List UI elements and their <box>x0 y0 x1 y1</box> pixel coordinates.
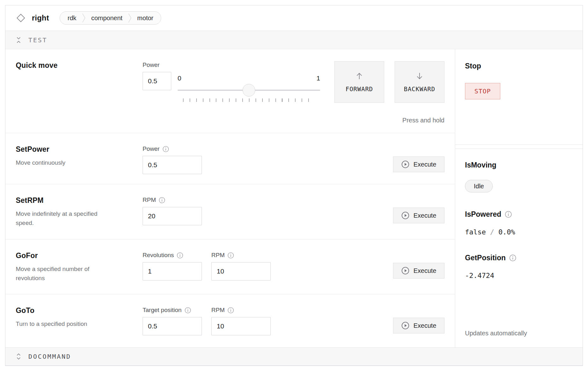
slider-ticks <box>183 98 315 102</box>
forward-button[interactable]: FORWARD <box>334 61 384 103</box>
go-for-title: GoFor <box>16 251 133 260</box>
rpm-label: RPM <box>143 197 156 203</box>
status-section: IsMoving Idle IsPowered false / 0.0% Get… <box>455 149 583 347</box>
commands-panel: Quick move Power 0 1 <box>5 49 455 347</box>
go-to-title: GoTo <box>16 306 133 315</box>
info-icon[interactable] <box>227 252 234 259</box>
stop-button[interactable]: STOP <box>465 83 500 99</box>
set-rpm-row: SetRPM Move indefinitely at a specified … <box>5 184 455 239</box>
component-card: right rdk component motor TEST Quick mov… <box>5 5 583 366</box>
set-power-title: SetPower <box>16 145 133 154</box>
set-power-row: SetPower Move continuously Power Execute <box>5 133 455 184</box>
set-rpm-field: RPM <box>143 196 202 239</box>
status-sidebar: Stop STOP IsMoving Idle IsPowered false … <box>455 49 583 347</box>
collapse-icon[interactable] <box>16 36 21 44</box>
is-powered-percent: 0.0% <box>498 228 515 236</box>
target-position-label: Target position <box>143 307 182 314</box>
test-panel-body: Quick move Power 0 1 <box>5 49 583 347</box>
info-icon[interactable] <box>177 252 183 259</box>
slider-min-label: 0 <box>178 74 181 83</box>
execute-label: Execute <box>414 212 436 219</box>
is-powered-title: IsPowered <box>465 210 501 219</box>
execute-label: Execute <box>414 322 436 329</box>
breadcrumb-rdk: rdk <box>62 15 82 22</box>
quick-move-row: Quick move Power 0 1 <box>5 49 455 133</box>
set-power-input[interactable] <box>143 156 202 174</box>
go-for-execute-button[interactable]: Execute <box>393 263 444 279</box>
power-slider[interactable] <box>178 83 320 97</box>
is-powered-bool: false <box>465 228 486 236</box>
quick-move-power-field: Power <box>143 61 171 133</box>
quick-move-title: Quick move <box>16 61 133 70</box>
arrow-up-icon <box>355 72 364 80</box>
go-to-rpm-input[interactable] <box>211 317 271 335</box>
forward-button-label: FORWARD <box>345 85 373 92</box>
info-icon[interactable] <box>509 254 516 262</box>
info-icon[interactable] <box>185 307 191 314</box>
info-icon[interactable] <box>162 146 169 152</box>
play-icon <box>401 267 409 275</box>
slider-max-label: 1 <box>316 74 320 83</box>
component-header: right rdk component motor <box>5 5 583 31</box>
breadcrumb: rdk component motor <box>60 11 161 25</box>
go-to-row: GoTo Turn to a specified position Target… <box>5 294 455 347</box>
power-label: Power <box>143 145 160 152</box>
stop-title: Stop <box>465 62 573 70</box>
docommand-section-label: DOCOMMAND <box>28 353 71 360</box>
component-name: right <box>32 14 49 22</box>
info-icon[interactable] <box>505 211 512 218</box>
quick-move-power-input[interactable] <box>143 72 171 90</box>
go-for-revolutions-field: Revolutions <box>143 251 202 294</box>
go-for-revolutions-input[interactable] <box>143 262 202 280</box>
set-rpm-title: SetRPM <box>16 196 133 205</box>
go-for-row: GoFor Move a specified number of revolut… <box>5 239 455 294</box>
execute-label: Execute <box>414 161 436 168</box>
go-to-target-position-field: Target position <box>143 306 202 347</box>
get-position-title: GetPosition <box>465 254 506 262</box>
value-separator: / <box>490 228 494 236</box>
backward-button[interactable]: BACKWARD <box>395 61 444 103</box>
is-moving-status-badge: Idle <box>465 180 493 192</box>
go-to-target-position-input[interactable] <box>143 317 202 335</box>
test-section-header[interactable]: TEST <box>5 31 583 49</box>
component-type-icon <box>16 13 26 23</box>
expand-icon[interactable] <box>16 353 21 360</box>
revolutions-label: Revolutions <box>143 252 174 259</box>
set-power-subtitle: Move continuously <box>16 158 117 167</box>
go-for-subtitle: Move a specified number of revolutions <box>16 264 117 283</box>
is-moving-title: IsMoving <box>465 161 573 169</box>
updates-automatically-note: Updates automatically <box>465 330 573 337</box>
breadcrumb-separator-icon <box>128 13 132 23</box>
power-slider-block: 0 1 <box>178 61 320 133</box>
docommand-section-header[interactable]: DOCOMMAND <box>5 347 583 366</box>
is-powered-value: false / 0.0% <box>465 228 573 236</box>
sidebar-gap <box>455 145 583 149</box>
set-rpm-execute-button[interactable]: Execute <box>393 208 444 223</box>
info-icon[interactable] <box>159 197 165 203</box>
power-label: Power <box>143 61 171 69</box>
go-for-rpm-input[interactable] <box>211 262 271 280</box>
slider-handle[interactable] <box>243 84 255 97</box>
breadcrumb-motor: motor <box>132 15 159 22</box>
test-section-label: TEST <box>28 36 47 44</box>
backward-button-label: BACKWARD <box>404 85 435 92</box>
breadcrumb-separator-icon <box>82 13 85 23</box>
play-icon <box>401 321 409 330</box>
stop-section: Stop STOP <box>455 49 583 145</box>
get-position-value: -2.4724 <box>465 272 573 280</box>
go-for-rpm-field: RPM <box>211 251 271 294</box>
rpm-label: RPM <box>211 307 225 314</box>
press-and-hold-hint: Press and hold <box>403 117 444 124</box>
set-power-execute-button[interactable]: Execute <box>393 156 444 172</box>
play-icon <box>401 160 409 168</box>
execute-label: Execute <box>414 267 436 274</box>
play-icon <box>401 211 409 220</box>
set-rpm-input[interactable] <box>143 207 202 225</box>
breadcrumb-component: component <box>85 15 128 22</box>
go-to-subtitle: Turn to a specified position <box>16 319 117 328</box>
set-power-power-field: Power <box>143 145 202 184</box>
go-to-execute-button[interactable]: Execute <box>393 318 444 333</box>
go-to-rpm-field: RPM <box>211 306 271 347</box>
set-rpm-subtitle: Move indefinitely at a specified speed. <box>16 209 117 228</box>
info-icon[interactable] <box>227 307 234 314</box>
